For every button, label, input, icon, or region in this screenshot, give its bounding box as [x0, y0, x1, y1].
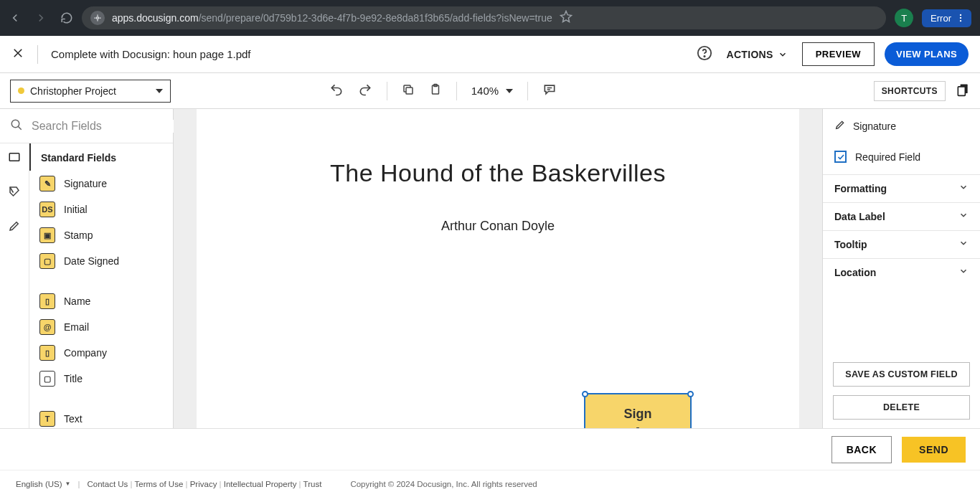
required-checkbox[interactable] [834, 151, 847, 163]
recipient-dropdown[interactable]: Christopher Project [10, 80, 171, 103]
chevron-down-icon [958, 210, 969, 223]
undo-icon[interactable] [329, 82, 344, 100]
field-item-date-signed[interactable]: ▢Date Signed [29, 248, 173, 274]
help-icon[interactable] [697, 45, 712, 64]
field-item-company[interactable]: ▯Company [29, 340, 173, 366]
signature-field[interactable]: Sign [584, 393, 692, 428]
field-type-icon: ▯ [39, 293, 55, 309]
accordion-data-label[interactable]: Data Label [823, 202, 980, 230]
field-item-name[interactable]: ▯Name [29, 288, 173, 314]
svg-rect-10 [958, 86, 965, 95]
tab-edit-icon[interactable] [8, 219, 21, 235]
footer-link-privacy[interactable]: Privacy [190, 480, 217, 488]
search-icon [10, 118, 23, 134]
accordion-title: Formatting [834, 183, 887, 194]
svg-point-2 [960, 17, 961, 19]
svg-rect-12 [9, 153, 19, 161]
accordion-title: Data Label [834, 211, 885, 222]
svg-point-1 [960, 14, 961, 16]
field-item-stamp[interactable]: ▣Stamp [29, 222, 173, 248]
actions-dropdown[interactable]: ACTIONS [722, 44, 792, 65]
resize-handle[interactable] [687, 391, 694, 397]
tab-custom-fields-icon[interactable] [8, 185, 21, 201]
accordion-title: Tooltip [834, 239, 867, 250]
separator [37, 45, 38, 64]
field-item-text[interactable]: TText [29, 406, 173, 428]
nav-back-icon[interactable] [9, 11, 22, 24]
save-custom-field-button[interactable]: SAVE AS CUSTOM FIELD [833, 362, 970, 387]
canvas-scroll[interactable]: The Hound of the Baskervilles Arthur Con… [174, 109, 822, 428]
footer-link-intellectual-property[interactable]: Intellectual Property [224, 480, 297, 488]
resize-handle[interactable] [582, 391, 588, 397]
send-button[interactable]: SEND [902, 437, 966, 463]
zoom-value: 140% [471, 85, 499, 97]
chevron-down-icon [778, 49, 788, 60]
accordion-title: Location [834, 267, 876, 278]
view-plans-button[interactable]: VIEW PLANS [885, 42, 969, 66]
recipient-color-dot [18, 87, 24, 94]
paste-icon[interactable] [429, 83, 442, 99]
search-input[interactable] [32, 120, 175, 133]
accordion-formatting[interactable]: Formatting [823, 174, 980, 202]
shortcuts-button[interactable]: SHORTCUTS [874, 81, 946, 101]
required-label: Required Field [855, 151, 920, 163]
field-type-icon: ▯ [39, 345, 55, 361]
zoom-dropdown[interactable]: 140% [471, 85, 513, 97]
redo-icon[interactable] [358, 82, 372, 100]
section-title: Standard Fields [29, 143, 173, 171]
field-label: Signature [64, 178, 107, 189]
back-button[interactable]: BACK [831, 436, 892, 463]
separator [527, 82, 528, 100]
chevron-down-icon [958, 182, 969, 195]
page-subheading: Arthur Conan Doyle [232, 219, 763, 234]
properties-panel: Signature Required Field FormattingData … [822, 109, 980, 428]
tab-standard-fields-icon[interactable] [8, 151, 21, 166]
field-type-icon: ▢ [39, 371, 55, 387]
field-type-icon: ✎ [39, 176, 55, 191]
legal-footer: English (US) ▼ | Contact Us | Terms of U… [0, 470, 980, 497]
footer-link-trust[interactable]: Trust [303, 480, 322, 488]
field-type-icon: ▢ [39, 253, 55, 269]
close-icon[interactable] [11, 47, 24, 62]
bookmark-star-icon[interactable] [560, 10, 573, 26]
chevron-down-icon [958, 266, 969, 279]
site-info-icon[interactable] [90, 11, 105, 25]
field-type-icon: DS [39, 202, 55, 217]
document-page[interactable]: The Hound of the Baskervilles Arthur Con… [197, 109, 799, 428]
field-item-signature[interactable]: ✎Signature [29, 171, 173, 197]
separator [387, 82, 387, 100]
preview-button[interactable]: PREVIEW [802, 42, 875, 66]
property-title-row: Signature [823, 109, 980, 143]
language-label: English (US) [16, 480, 62, 488]
field-type-icon: T [39, 411, 55, 427]
field-label: Date Signed [64, 255, 119, 267]
field-label: Stamp [64, 229, 93, 241]
accordion-location[interactable]: Location [823, 258, 980, 286]
svg-point-11 [11, 120, 19, 128]
nav-forward-icon[interactable] [34, 11, 47, 24]
svg-rect-6 [406, 87, 413, 94]
document-title: Complete with Docusign: houn page 1.pdf [51, 48, 251, 60]
sidebar-tabs [0, 143, 29, 428]
page-heading: The Hound of the Baskervilles [232, 159, 763, 187]
nav-reload-icon[interactable] [60, 11, 73, 24]
accordion-tooltip[interactable]: Tooltip [823, 230, 980, 258]
pages-panel-icon[interactable] [956, 82, 970, 100]
toolbar: Christopher Project 140% SHORTCUTS [0, 73, 980, 109]
language-selector[interactable]: English (US) ▼ [16, 480, 70, 488]
field-item-initial[interactable]: DSInitial [29, 197, 173, 222]
copy-icon[interactable] [402, 83, 415, 99]
field-item-title[interactable]: ▢Title [29, 366, 173, 392]
field-item-email[interactable]: @Email [29, 314, 173, 340]
svg-point-3 [960, 20, 961, 22]
delete-field-button[interactable]: DELETE [833, 395, 970, 420]
url-bar[interactable]: apps.docusign.com/send/prepare/0d759b12-… [82, 6, 886, 29]
pencil-icon [834, 119, 846, 133]
footer-link-contact-us[interactable]: Contact Us [87, 480, 128, 488]
fields-list: Standard Fields ✎SignatureDSInitial▣Stam… [29, 143, 173, 428]
footer-link-terms-of-use[interactable]: Terms of Use [135, 480, 184, 488]
comment-icon[interactable] [542, 82, 557, 100]
profile-avatar[interactable]: T [895, 9, 913, 27]
action-bar: BACK SEND [0, 428, 980, 470]
extension-error-pill[interactable]: Error [922, 9, 971, 27]
